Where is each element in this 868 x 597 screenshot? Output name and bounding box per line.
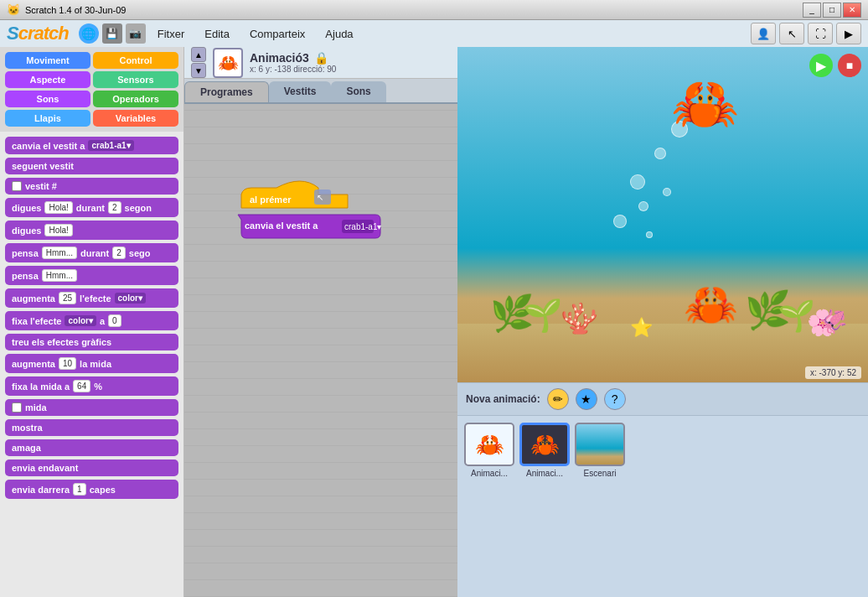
- category-movement[interactable]: Moviment: [5, 52, 90, 69]
- block-fixa-mida[interactable]: fixa la mida a 64 %: [5, 376, 178, 396]
- digues-input3[interactable]: Hola!: [44, 224, 72, 236]
- menu-fitxer[interactable]: Fitxer: [149, 24, 194, 44]
- titlebar-controls[interactable]: _ □ ✕: [803, 3, 861, 18]
- main: Moviment Control Aspecte Sensors Sons Op…: [0, 47, 868, 597]
- toolbar-right: 👤 ↖ ⛶ ▶: [751, 23, 861, 44]
- command-block[interactable]: canvia el vestit a crab1-a1▾: [235, 213, 381, 240]
- star-tool-button[interactable]: ★: [576, 388, 597, 410]
- profile-button[interactable]: 👤: [751, 23, 776, 44]
- sprites-toolbar: Nova animació: ✏ ★ ?: [457, 382, 868, 416]
- category-control[interactable]: Control: [93, 52, 178, 69]
- digues-input1[interactable]: Hola!: [44, 201, 72, 214]
- block-mida[interactable]: mida: [5, 399, 178, 416]
- maximize-button[interactable]: □: [823, 3, 841, 18]
- svg-text:↖: ↖: [317, 193, 323, 202]
- capes-input[interactable]: 1: [73, 483, 86, 496]
- digues-input2[interactable]: 2: [108, 201, 121, 214]
- blocks-list: canvia el vestit a crab1-a1▾ seguent ves…: [0, 132, 183, 597]
- sprites-label: Nova animació:: [466, 393, 540, 405]
- block-augmenta-efecte[interactable]: augmenta 25 l'efecte color▾: [5, 288, 178, 308]
- block-fixa-efecte[interactable]: fixa l'efecte color▾ a 0: [5, 311, 178, 330]
- scripts-area[interactable]: al prémer ↖ canvia el vestit a crab1-a1▾: [184, 104, 457, 597]
- block-pensa[interactable]: pensa Hmm...: [5, 266, 178, 285]
- sprites-panel: Nova animació: ✏ ★ ? 🦀 Animaci... 🦀 Anim…: [457, 382, 868, 597]
- block-pensa-durant[interactable]: pensa Hmm... durant 2 sego: [5, 243, 178, 262]
- menubar: Scratch 🌐 💾 📷 Fitxer Edita Comparteix Aj…: [0, 20, 868, 47]
- hat-block[interactable]: al prémer ↖: [235, 171, 381, 212]
- cursor-button[interactable]: ↖: [779, 23, 804, 44]
- block-canvia-vestit[interactable]: canvia el vestit a crab1-a1▾: [5, 137, 178, 154]
- block-augmenta-mida[interactable]: augmenta 10 la mida: [5, 354, 178, 373]
- block-envia-darrera[interactable]: envia darrera 1 capes: [5, 480, 178, 499]
- block-digues[interactable]: digues Hola!: [5, 221, 178, 240]
- tab-programes[interactable]: Programes: [184, 81, 269, 102]
- efecte-dropdown[interactable]: color▾: [115, 293, 146, 304]
- bubble: [638, 201, 648, 211]
- efecte-input[interactable]: 25: [59, 292, 76, 304]
- block-amaga[interactable]: amaga: [5, 439, 178, 456]
- block-seguent-vestit[interactable]: seguent vestit: [5, 158, 178, 174]
- category-operators[interactable]: Operadors: [93, 91, 178, 107]
- fixa-mida-input[interactable]: 64: [73, 380, 90, 392]
- titlebar-left: 🐱 Scratch 1.4 of 30-Jun-09: [7, 3, 126, 16]
- green-flag-button[interactable]: ▶: [809, 54, 833, 77]
- category-pen[interactable]: Llapis: [5, 110, 90, 127]
- photo-icon[interactable]: 📷: [126, 23, 146, 44]
- close-button[interactable]: ✕: [843, 3, 861, 18]
- scratch-logo: Scratch: [7, 23, 69, 44]
- mida-input[interactable]: 10: [59, 357, 76, 370]
- crab-top[interactable]: 🦀: [671, 72, 739, 136]
- menu-edita[interactable]: Edita: [196, 24, 238, 44]
- sprite-card-2[interactable]: 🦀 Animaci...: [519, 423, 570, 478]
- save-icon[interactable]: 💾: [102, 23, 122, 44]
- tab-sons[interactable]: Sons: [331, 81, 385, 102]
- block-vestit-num[interactable]: vestit #: [5, 178, 178, 195]
- minimize-button[interactable]: _: [803, 3, 821, 18]
- block-treu-efectes[interactable]: treu els efectes gràfics: [5, 334, 178, 350]
- vestit-dropdown[interactable]: crab1-a1▾: [88, 140, 133, 151]
- sprite-info: Animació3 🔒 x: 6 y: -138 direcció: 90: [250, 51, 336, 74]
- nav-up[interactable]: ▲: [191, 47, 206, 62]
- svg-text:crab1-a1▾: crab1-a1▾: [344, 222, 381, 231]
- pensa-input3[interactable]: Hmm...: [42, 269, 77, 282]
- block-envia-endavant[interactable]: envia endavant: [5, 459, 178, 476]
- vestit-checkbox[interactable]: [12, 181, 22, 191]
- present-button[interactable]: ▶: [836, 23, 861, 44]
- block-digues-durant[interactable]: digues Hola! durant 2 segon: [5, 198, 178, 217]
- titlebar-title: Scratch 1.4 of 30-Jun-09: [25, 5, 126, 15]
- sprites-grid: 🦀 Animaci... 🦀 Animaci... Escenari: [457, 416, 868, 485]
- paint-tool-button[interactable]: ✏: [547, 388, 569, 410]
- scene-label: Escenari: [584, 469, 617, 478]
- pensa-input1[interactable]: Hmm...: [42, 247, 77, 259]
- fixa-efecte-input[interactable]: 0: [108, 314, 121, 327]
- fullscreen-button[interactable]: ⛶: [808, 23, 833, 44]
- category-sensors[interactable]: Sensors: [93, 71, 178, 88]
- scratch-icon: 🐱: [7, 3, 20, 16]
- menu-comparteix[interactable]: Comparteix: [241, 24, 313, 44]
- scene-card[interactable]: Escenari: [575, 423, 625, 478]
- block-mostra[interactable]: mostra: [5, 419, 178, 436]
- crab-bottom[interactable]: 🦀: [684, 279, 738, 330]
- bubble: [654, 148, 666, 159]
- sprite-card-1[interactable]: 🦀 Animaci...: [464, 423, 514, 478]
- menu-ajuda[interactable]: Ajuda: [317, 24, 361, 44]
- right-panel: 🌿 🌱 🪸 🌿 🌱 🌸 ⭐ 🦑 🦀 🦀 ▶ ■ x: -37: [457, 47, 868, 597]
- category-variables[interactable]: Variables: [93, 110, 178, 127]
- purple-creature: 🦑: [819, 308, 848, 335]
- pensa-input2[interactable]: 2: [112, 247, 126, 259]
- fixa-efecte-dropdown[interactable]: color▾: [65, 315, 96, 326]
- lock-icon[interactable]: 🔒: [314, 51, 328, 65]
- stage-coords: x: -370 y: 52: [805, 366, 861, 379]
- help-tool-button[interactable]: ?: [604, 388, 626, 410]
- globe-button[interactable]: 🌐: [79, 23, 99, 44]
- category-sound[interactable]: Sons: [5, 91, 90, 107]
- sprite-thumb-1: 🦀: [464, 423, 514, 466]
- hat-block-svg: al prémer ↖: [235, 171, 352, 210]
- sprite-label-1: Animaci...: [471, 469, 508, 478]
- mida-checkbox[interactable]: [12, 402, 22, 413]
- category-appearance[interactable]: Aspecte: [5, 71, 90, 88]
- nav-down[interactable]: ▼: [191, 63, 206, 78]
- stop-button[interactable]: ■: [838, 54, 861, 77]
- svg-text:al prémer: al prémer: [250, 195, 292, 205]
- tab-vestits[interactable]: Vestits: [269, 81, 332, 102]
